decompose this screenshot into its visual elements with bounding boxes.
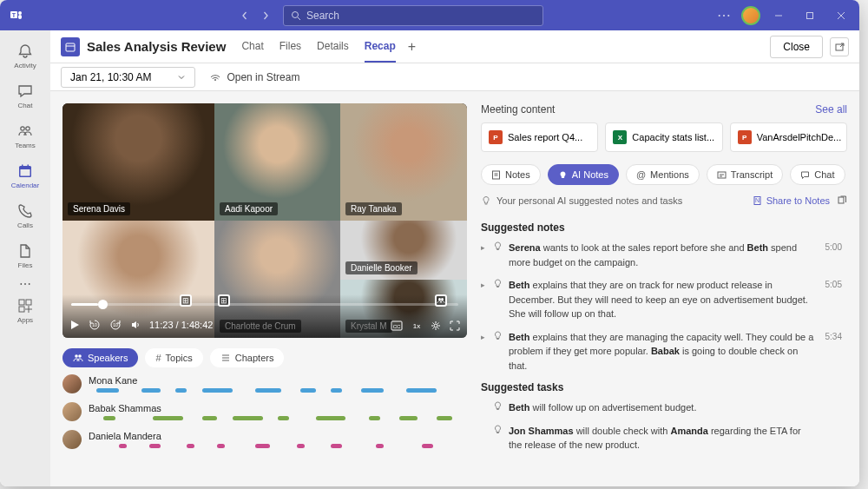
more-button[interactable]: ⋯: [712, 7, 736, 23]
playback-speed-button[interactable]: 1x: [411, 320, 422, 331]
file-card[interactable]: PSales report Q4...: [481, 122, 598, 152]
svg-point-2: [18, 11, 22, 15]
file-card[interactable]: XCapacity stats list...: [605, 122, 722, 152]
volume-button[interactable]: [130, 320, 141, 330]
svg-text:1x: 1x: [413, 322, 420, 330]
note-timestamp[interactable]: 5:00: [825, 241, 842, 254]
svg-rect-13: [26, 300, 31, 305]
forward-button[interactable]: [257, 5, 274, 26]
topics-chip[interactable]: #Topics: [145, 348, 202, 367]
file-label: VanArsdelPitchDe...: [757, 132, 842, 142]
expand-caret[interactable]: ▸: [481, 241, 490, 269]
task-text: Beth will follow up on advertisement bud…: [509, 400, 842, 415]
video-tile: Ray Tanaka: [340, 103, 467, 221]
chapters-chip[interactable]: Chapters: [210, 348, 285, 367]
rail-calendar[interactable]: Calendar: [3, 159, 47, 192]
suggested-note[interactable]: ▸Beth explains that they are managing th…: [481, 330, 842, 373]
pop-out-button[interactable]: [830, 37, 849, 56]
avatar: [62, 402, 82, 421]
close-window-button[interactable]: [828, 3, 854, 29]
speaker-timeline[interactable]: [89, 416, 467, 420]
video-marker[interactable]: ⊞: [180, 294, 192, 307]
rail-activity[interactable]: Activity: [3, 39, 47, 72]
date-dropdown[interactable]: Jan 21, 10:30 AM: [61, 67, 195, 88]
rail-files[interactable]: Files: [3, 239, 47, 272]
svg-text:CC: CC: [393, 324, 401, 329]
participant-name: Ray Tanaka: [345, 202, 402, 215]
note-timestamp[interactable]: 5:34: [825, 330, 842, 343]
suggested-task[interactable]: Beth will follow up on advertisement bud…: [481, 400, 842, 415]
video-recap-player[interactable]: Serena DavisAadi KapoorRay TanakaCharlot…: [62, 103, 467, 338]
suggested-tasks-title: Suggested tasks: [481, 381, 842, 393]
open-in-stream-link[interactable]: Open in Stream: [209, 71, 299, 83]
see-all-link[interactable]: See all: [815, 103, 847, 116]
lightbulb-icon: [493, 330, 505, 373]
tab-details[interactable]: Details: [317, 31, 349, 63]
teams-icon: [16, 122, 34, 140]
note-text: Beth explains that they are managing the…: [509, 330, 842, 373]
copy-button[interactable]: [837, 195, 847, 206]
rail-more[interactable]: ⋯: [15, 282, 36, 283]
video-tile: Aadi Kapoor: [214, 103, 340, 221]
chat-pill[interactable]: Chat: [790, 164, 845, 185]
play-button[interactable]: [69, 320, 80, 330]
rewind-10-button[interactable]: 10: [89, 319, 101, 331]
file-card[interactable]: PVanArsdelPitchDe...: [730, 122, 847, 152]
speaker-timeline[interactable]: [89, 444, 467, 448]
speaker-row[interactable]: Daniela Mandera: [62, 430, 467, 449]
captions-button[interactable]: CC: [391, 320, 403, 331]
rail-chat[interactable]: Chat: [3, 79, 47, 112]
svg-point-17: [214, 79, 216, 81]
apps-icon: [16, 297, 34, 314]
speaker-timeline[interactable]: [89, 388, 467, 393]
suggested-note[interactable]: ▸Serena wants to look at the sales repor…: [481, 241, 842, 269]
add-tab-button[interactable]: +: [408, 39, 416, 55]
tab-recap[interactable]: Recap: [365, 31, 396, 63]
rail-teams[interactable]: Teams: [3, 119, 47, 152]
suggested-note[interactable]: ▸Beth explains that they are on track fo…: [481, 278, 842, 321]
speaker-row[interactable]: Babak Shammas: [62, 402, 467, 421]
back-button[interactable]: [236, 5, 253, 26]
settings-button[interactable]: [431, 320, 441, 331]
app-rail: ActivityChatTeamsCalendarCallsFiles⋯Apps: [0, 30, 50, 486]
forward-10-button[interactable]: 10: [109, 319, 122, 331]
svg-point-25: [434, 324, 437, 327]
task-text: Jon Shammas will double check with Amand…: [509, 424, 842, 453]
note-timestamp[interactable]: 5:05: [825, 278, 842, 291]
close-button[interactable]: Close: [770, 36, 823, 58]
speaker-row[interactable]: Mona Kane: [62, 374, 467, 393]
svg-point-19: [441, 298, 444, 301]
lightbulb-icon: [481, 195, 491, 206]
suggested-task[interactable]: Jon Shammas will double check with Amand…: [481, 424, 842, 453]
ai-subtitle: Your personal AI suggested notes and tas…: [496, 195, 682, 206]
video-scrubber[interactable]: ⊞ ⊞: [71, 303, 458, 306]
user-avatar[interactable]: [741, 6, 760, 25]
fullscreen-button[interactable]: [450, 320, 460, 331]
rail-calls[interactable]: Calls: [3, 199, 47, 232]
minimize-button[interactable]: [766, 3, 792, 29]
teams-logo-icon: T: [5, 9, 28, 23]
rail-apps[interactable]: Apps: [3, 294, 47, 327]
expand-caret[interactable]: ▸: [481, 278, 490, 321]
meeting-content-title: Meeting content: [481, 103, 555, 116]
video-marker-people[interactable]: [435, 294, 447, 307]
calendar-icon: [16, 162, 34, 180]
maximize-button[interactable]: [797, 3, 823, 29]
notes-pill[interactable]: Notes: [481, 164, 541, 185]
speaker-name: Mona Kane: [89, 375, 467, 386]
lightbulb-icon: [493, 241, 505, 269]
share-to-notes-link[interactable]: NShare to Notes: [753, 195, 830, 206]
tab-files[interactable]: Files: [279, 31, 301, 63]
video-marker[interactable]: ⊞: [218, 294, 230, 307]
speakers-chip[interactable]: Speakers: [62, 348, 138, 367]
files-icon: [16, 242, 34, 260]
svg-text:10: 10: [113, 322, 118, 327]
expand-caret[interactable]: ▸: [481, 330, 490, 373]
search-input[interactable]: Search: [283, 5, 543, 26]
ai-notes-pill[interactable]: AI Notes: [548, 164, 619, 185]
mentions-pill[interactable]: @Mentions: [626, 164, 700, 185]
file-label: Capacity stats list...: [632, 132, 714, 142]
svg-rect-11: [28, 164, 30, 167]
tab-chat[interactable]: Chat: [241, 31, 263, 63]
transcript-pill[interactable]: Transcript: [707, 164, 784, 185]
